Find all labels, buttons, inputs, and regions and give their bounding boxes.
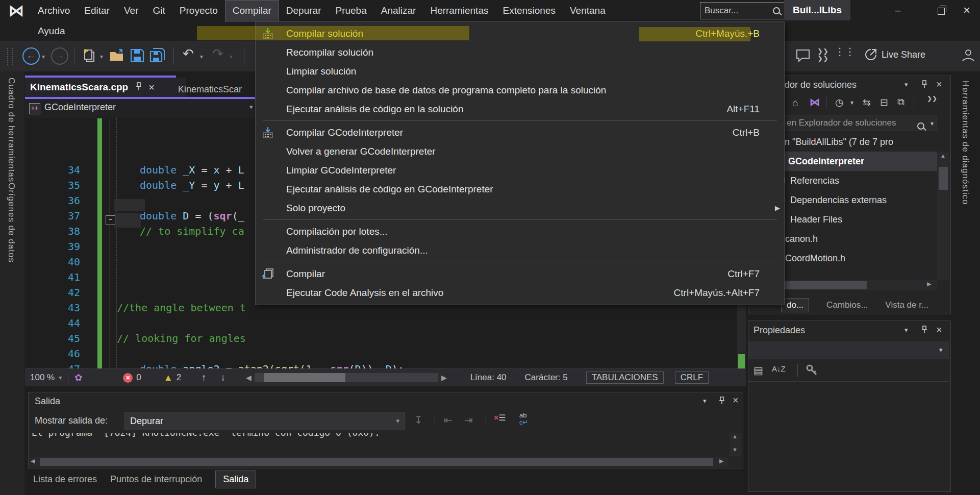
error-count[interactable]: × 0 xyxy=(123,373,141,383)
minimize-button[interactable]: – xyxy=(886,0,910,20)
panel-tab-vista-de-r-[interactable]: Vista de r... xyxy=(885,300,928,310)
close-icon[interactable]: × xyxy=(936,79,942,90)
restore-button[interactable] xyxy=(929,0,953,20)
menu-prueba[interactable]: Prueba xyxy=(328,0,373,21)
prev-issue-icon[interactable]: ↑ xyxy=(202,372,207,383)
pin-icon[interactable] xyxy=(718,397,725,407)
menu-ventana[interactable]: Ventana xyxy=(563,0,613,21)
grid-dots-icon[interactable]: ⋮⋮ xyxy=(835,48,855,56)
tab-kinematicsscara-cpp[interactable]: KinematicsScara.cpp × xyxy=(25,78,186,97)
categorized-icon[interactable]: ▤ xyxy=(753,364,763,377)
zoom-dropdown-icon[interactable]: ▾ xyxy=(59,374,62,381)
output-text[interactable]: El programa '[7624] KMotionCNC.exe' term… xyxy=(32,433,725,448)
menu-depurar[interactable]: Depurar xyxy=(279,0,329,21)
sidebar-tab-toolbox[interactable]: Cuadro de herramientas xyxy=(6,78,16,182)
pin-icon[interactable] xyxy=(135,82,142,92)
menu-item[interactable]: Recompilar solución xyxy=(256,43,784,62)
panel-tab-do-[interactable]: do... xyxy=(781,298,809,312)
forward-icon[interactable]: → xyxy=(51,47,68,65)
menu-herramientas[interactable]: Herramientas xyxy=(423,0,495,21)
vs-responsive-icon[interactable]: ⋈ xyxy=(810,96,820,108)
sidebar-tab-data-sources[interactable]: Orígenes de datos xyxy=(6,183,16,263)
close-icon[interactable]: × xyxy=(936,324,942,336)
bottom-tab-puntos-de-interrupci-n[interactable]: Puntos de interrupción xyxy=(110,474,202,485)
scroll-thumb[interactable] xyxy=(939,167,948,190)
hscroll-left-icon[interactable]: ◀ xyxy=(246,374,252,382)
scroll-up-icon[interactable]: ▲ xyxy=(940,153,946,159)
chevrons-icon[interactable]: ❯❯❯❯ xyxy=(817,48,828,62)
tabs-mode-indicator[interactable]: TABULACIONES xyxy=(586,372,664,384)
chevron-down-icon[interactable]: ▾ xyxy=(904,81,908,88)
search-input[interactable]: Buscar... xyxy=(700,2,785,19)
close-icon[interactable]: × xyxy=(733,394,739,406)
menu-item[interactable]: Volver a generar GCodeInterpreter xyxy=(256,142,784,161)
bottom-tab-lista-de-errores[interactable]: Lista de errores xyxy=(33,474,97,485)
filter-dropdown-icon[interactable]: ▾ xyxy=(850,99,853,106)
scroll-right-icon[interactable]: ▶ xyxy=(927,281,931,287)
scroll-right-icon[interactable]: ▶ xyxy=(719,458,723,464)
sync-with-active-document-icon[interactable]: ⇆ xyxy=(863,96,871,108)
scroll-left-icon[interactable]: ◀ xyxy=(31,458,35,464)
menu-item[interactable]: Ejecutar análisis de código en GCodeInte… xyxy=(256,180,784,199)
open-folder-icon[interactable] xyxy=(109,48,127,65)
sidebar-tab-diagnostics[interactable]: Herramientas de diagnóstico xyxy=(960,81,970,205)
redo-icon[interactable]: ↷ xyxy=(212,46,223,62)
menu-item[interactable]: Solo proyecto▶ xyxy=(256,199,784,217)
output-horizontal-scrollbar[interactable]: ◀ ▶ xyxy=(30,457,728,467)
menu-item[interactable]: Administrador de configuración... xyxy=(256,241,784,260)
code-suggestions-icon[interactable]: ✿ xyxy=(74,372,82,383)
overflow-chevrons-icon[interactable]: ❯❯ xyxy=(927,95,937,102)
pin-icon[interactable] xyxy=(921,326,928,336)
menu-item[interactable]: Ejecutar Code Analysis en el archivoCtrl… xyxy=(256,283,784,302)
back-icon[interactable]: ← xyxy=(22,47,40,65)
prev-message-icon[interactable]: ⇤ xyxy=(444,414,453,426)
pin-icon[interactable] xyxy=(921,80,928,90)
menu-item[interactable]: Limpiar solución xyxy=(256,62,784,81)
menu-git[interactable]: Git xyxy=(146,0,172,21)
next-issue-icon[interactable]: ↓ xyxy=(221,372,226,383)
line-indicator[interactable]: Línea: 40 xyxy=(470,373,507,383)
eol-indicator[interactable]: CRLF xyxy=(675,372,709,384)
column-indicator[interactable]: Carácter: 5 xyxy=(525,373,568,383)
menu-extensiones[interactable]: Extensiones xyxy=(495,0,563,21)
close-tab-icon[interactable]: × xyxy=(148,82,155,93)
output-source-select[interactable]: Depurar ▾ xyxy=(124,412,405,430)
hscroll-thumb[interactable] xyxy=(264,373,345,382)
menu-analizar[interactable]: Analizar xyxy=(374,0,423,21)
menu-compilar[interactable]: Compilar xyxy=(225,0,279,22)
menu-ver[interactable]: Ver xyxy=(117,0,146,21)
new-file-dropdown-icon[interactable]: ▾ xyxy=(100,53,103,60)
menu-archivo[interactable]: Archivo xyxy=(31,0,77,21)
alphabetical-sort-icon[interactable]: A↓Z xyxy=(772,364,786,373)
goto-message-icon[interactable]: ↧ xyxy=(414,414,423,426)
scroll-down-icon[interactable]: ▼ xyxy=(732,447,738,453)
collapse-all-icon[interactable]: ⊟ xyxy=(880,96,888,108)
chevron-down-icon[interactable]: ▾ xyxy=(703,397,707,405)
menu-item[interactable]: Compilación por lotes... xyxy=(256,222,784,241)
zoom-level[interactable]: 100 % xyxy=(30,373,55,383)
menu-item[interactable]: CompilarCtrl+F7 xyxy=(256,264,784,283)
hscroll-right-icon[interactable]: ▶ xyxy=(441,374,447,382)
pending-changes-filter-icon[interactable]: ◷ xyxy=(835,96,844,108)
word-wrap-icon[interactable]: abc↵ xyxy=(519,412,528,426)
menu-item[interactable]: Limpiar GCodeInterpreter xyxy=(256,161,784,180)
menu-item[interactable]: Compilar GCodeInterpreterCtrl+B xyxy=(256,123,784,142)
menu-item[interactable]: Compilar archivo de base de datos de pro… xyxy=(256,81,784,100)
output-vertical-scrollbar[interactable]: ▲ ▼ xyxy=(730,433,741,456)
new-file-icon[interactable] xyxy=(82,48,97,65)
save-icon[interactable] xyxy=(130,48,145,65)
menu-editar[interactable]: Editar xyxy=(77,0,117,21)
undo-dropdown-icon[interactable]: ▾ xyxy=(200,53,203,60)
scroll-up-icon[interactable]: ▲ xyxy=(732,433,738,439)
account-icon[interactable] xyxy=(961,48,975,64)
properties-object-combo[interactable]: ▾ xyxy=(748,341,949,359)
redo-dropdown-icon[interactable]: ▾ xyxy=(230,53,233,60)
home-icon[interactable]: ⌂ xyxy=(792,97,798,109)
tree-vertical-scrollbar[interactable]: ▲ xyxy=(937,152,949,280)
warning-count[interactable]: ▲ 2 xyxy=(164,373,181,383)
editor-horizontal-scrollbar[interactable] xyxy=(255,373,438,382)
preserve-hierarchy-icon[interactable]: ⧉ xyxy=(897,96,904,108)
breadcrumb-dropdown-icon[interactable]: ▾ xyxy=(249,103,253,111)
menu-proyecto[interactable]: Proyecto xyxy=(172,0,225,21)
menu-item[interactable]: Compilar soluciónCtrl+Mayús.+B xyxy=(256,24,784,43)
